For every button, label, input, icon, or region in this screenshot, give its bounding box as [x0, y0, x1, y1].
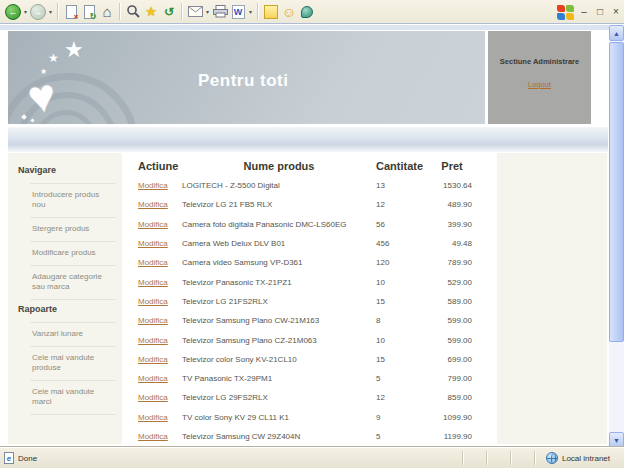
product-price: 49.48 [432, 239, 472, 248]
table-header-row: Actiune Nume produs Cantitate Pret [132, 156, 488, 176]
admin-panel: Sectiune Administrare Logout [488, 31, 591, 124]
msn-icon[interactable] [298, 3, 316, 21]
product-quantity: 9 [376, 413, 432, 422]
product-name: Televizor Samsung CW 29Z404N [182, 432, 376, 441]
vertical-scrollbar[interactable]: ▲ ▼ [609, 25, 624, 448]
toolbar-separator [181, 3, 183, 20]
product-quantity: 456 [376, 239, 432, 248]
column-header-cantitate: Cantitate [376, 160, 432, 172]
modifica-link[interactable]: Modifica [138, 355, 168, 364]
refresh-icon[interactable]: ↻ [80, 3, 98, 21]
right-spacer-panel [497, 153, 607, 444]
status-divider [486, 451, 488, 465]
table-row: ModificaTelevizor LG 29FS2RLX12859.00 [132, 388, 488, 407]
product-price: 489.90 [432, 200, 472, 209]
product-quantity: 15 [376, 355, 432, 364]
edit-word-icon[interactable]: W [229, 3, 247, 21]
product-quantity: 12 [376, 393, 432, 402]
modifica-link[interactable]: Modifica [138, 278, 168, 287]
product-quantity: 10 [376, 336, 432, 345]
favorites-icon[interactable]: ★ [142, 3, 160, 21]
sidebar-item[interactable]: Introducere produs nou [30, 184, 116, 218]
toolbar-separator [57, 3, 59, 20]
product-name: Televizor color Sony KV-21CL10 [182, 355, 376, 364]
product-name: Camera video Samsung VP-D361 [182, 258, 376, 267]
back-dropdown-icon[interactable]: ▾ [22, 8, 29, 15]
sidebar-item-list: Vanzari lunareCele mai vandute produseCe… [30, 322, 116, 415]
history-icon[interactable]: ↺ [160, 3, 178, 21]
page-top-margin [0, 25, 609, 30]
stop-icon[interactable]: × [62, 3, 80, 21]
product-table-body: ModificaLOGITECH - Z-5500 Digital131530.… [132, 176, 488, 446]
banner-shadow-strip [8, 127, 608, 152]
modifica-link[interactable]: Modifica [138, 220, 168, 229]
browser-window: ←▾→▾×↻⌂★↺▾W▾☺ – □ × ♥ ★ ★ ★ Pentru toti … [0, 0, 624, 468]
modifica-link[interactable]: Modifica [138, 374, 168, 383]
sidebar-item[interactable]: Adaugare categorie sau marca [30, 266, 116, 300]
product-quantity: 15 [376, 297, 432, 306]
minimize-button[interactable]: – [578, 7, 590, 17]
product-quantity: 12 [376, 200, 432, 209]
modifica-link[interactable]: Modifica [138, 297, 168, 306]
modifica-link[interactable]: Modifica [138, 413, 168, 422]
sidebar-heading-rapoarte: Rapoarte [18, 304, 116, 314]
product-table: Actiune Nume produs Cantitate Pret Modif… [132, 156, 488, 446]
ie-page-icon: e [4, 452, 14, 464]
sidebar-navigation: NavigareIntroducere produs nouStergere p… [8, 153, 122, 444]
back-icon[interactable]: ← [4, 3, 22, 21]
home-icon[interactable]: ⌂ [98, 3, 116, 21]
modifica-link[interactable]: Modifica [138, 336, 168, 345]
table-row: ModificaTelevizor color Sony KV-21CL1015… [132, 350, 488, 369]
restore-button[interactable]: □ [594, 7, 606, 17]
zone-label: Local intranet [562, 454, 610, 463]
modifica-link[interactable]: Modifica [138, 200, 168, 209]
sticky-note-icon[interactable] [262, 3, 280, 21]
window-controls: – □ × [557, 0, 622, 24]
star-icon: ★ [64, 37, 84, 63]
scroll-down-button[interactable]: ▼ [609, 432, 624, 448]
print-icon[interactable] [211, 3, 229, 21]
sidebar-item[interactable]: Vanzari lunare [30, 323, 116, 347]
mail-icon[interactable] [186, 3, 204, 21]
product-name: Camera foto digitala Panasonic DMC-LS60E… [182, 220, 376, 229]
table-row: ModificaTV Panasonic TX-29PM15799.00 [132, 369, 488, 388]
globe-icon [546, 452, 558, 464]
scroll-up-button[interactable]: ▲ [609, 25, 624, 41]
sidebar-item[interactable]: Cele mai vandute marci [30, 381, 116, 415]
column-header-nume-produs: Nume produs [182, 160, 376, 172]
edit-dropdown-icon[interactable]: ▾ [247, 8, 254, 15]
messenger-icon[interactable]: ☺ [280, 3, 298, 21]
product-price: 529.00 [432, 278, 472, 287]
table-row: ModificaLOGITECH - Z-5500 Digital131530.… [132, 176, 488, 195]
product-price: 789.90 [432, 258, 472, 267]
product-price: 699.00 [432, 355, 472, 364]
modifica-link[interactable]: Modifica [138, 432, 168, 441]
table-row: ModificaTV color Sony KV 29 CL11 K191099… [132, 408, 488, 427]
modifica-link[interactable]: Modifica [138, 239, 168, 248]
product-name: Televizor LG 21FS2RLX [182, 297, 376, 306]
product-name: Televizor LG 21 FB5 RLX [182, 200, 376, 209]
sidebar-item[interactable]: Cele mai vandute produse [30, 347, 116, 381]
mail-dropdown-icon[interactable]: ▾ [204, 8, 211, 15]
product-name: LOGITECH - Z-5500 Digital [182, 181, 376, 190]
modifica-link[interactable]: Modifica [138, 258, 168, 267]
status-left: e Done [0, 452, 450, 464]
modifica-link[interactable]: Modifica [138, 316, 168, 325]
product-price: 799.00 [432, 374, 472, 383]
product-name: TV color Sony KV 29 CL11 K1 [182, 413, 376, 422]
sidebar-item[interactable]: Stergere produs [30, 218, 116, 242]
search-icon[interactable] [124, 3, 142, 21]
product-price: 599.00 [432, 336, 472, 345]
modifica-link[interactable]: Modifica [138, 181, 168, 190]
forward-dropdown-icon[interactable]: ▾ [47, 8, 54, 15]
modifica-link[interactable]: Modifica [138, 393, 168, 402]
logout-link[interactable]: Logout [528, 80, 551, 89]
star-icon: ★ [40, 67, 47, 76]
close-button[interactable]: × [610, 7, 622, 17]
security-zone: Local intranet [546, 452, 624, 464]
product-name: TV Panasonic TX-29PM1 [182, 374, 376, 383]
scrollbar-thumb[interactable] [609, 42, 624, 342]
sidebar-item[interactable]: Modificare produs [30, 242, 116, 266]
product-price: 589.00 [432, 297, 472, 306]
forward-icon[interactable]: → [29, 3, 47, 21]
